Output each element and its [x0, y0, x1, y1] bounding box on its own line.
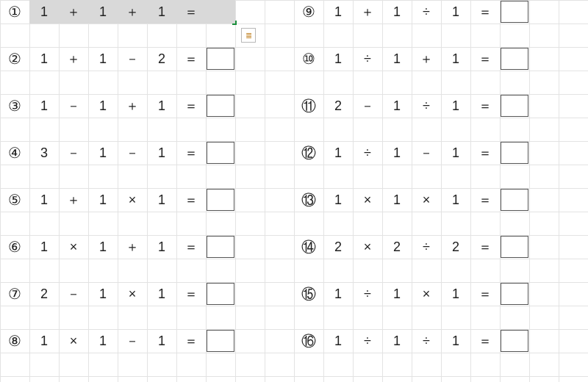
operator-1[interactable]: － [353, 94, 382, 118]
equals[interactable]: ＝ [470, 0, 500, 24]
operand-c[interactable]: 1 [147, 141, 176, 165]
equals[interactable]: ＝ [176, 188, 206, 212]
operator-1[interactable]: ÷ [353, 329, 382, 353]
operator-2[interactable]: ÷ [412, 329, 441, 353]
operand-a[interactable]: 1 [29, 0, 59, 24]
operand-c[interactable]: 1 [441, 188, 470, 212]
answer-cell[interactable] [206, 188, 235, 212]
operand-a[interactable]: 1 [29, 235, 59, 259]
equals[interactable]: ＝ [176, 329, 206, 353]
operand-c[interactable]: 1 [147, 282, 176, 306]
answer-cell[interactable] [500, 0, 529, 24]
equals[interactable]: ＝ [470, 235, 500, 259]
operator-1[interactable]: ÷ [353, 47, 382, 71]
operator-1[interactable]: － [59, 94, 88, 118]
answer-cell[interactable] [500, 47, 529, 71]
operator-2[interactable]: ÷ [412, 0, 441, 24]
equals[interactable]: ＝ [176, 235, 206, 259]
operator-1[interactable]: － [59, 141, 88, 165]
operand-b[interactable]: 1 [382, 329, 412, 353]
operator-1[interactable]: ＋ [353, 0, 382, 24]
equals[interactable]: ＝ [470, 329, 500, 353]
equals[interactable]: ＝ [176, 141, 206, 165]
operand-b[interactable]: 1 [382, 282, 412, 306]
operand-c[interactable]: 1 [441, 47, 470, 71]
operand-a[interactable]: 1 [323, 188, 353, 212]
operator-2[interactable]: ＋ [118, 0, 147, 24]
operand-a[interactable]: 2 [323, 94, 353, 118]
operator-2[interactable]: × [118, 188, 147, 212]
operand-b[interactable]: 1 [88, 94, 118, 118]
operator-2[interactable]: － [118, 329, 147, 353]
operator-1[interactable]: × [59, 235, 88, 259]
operator-1[interactable]: ＋ [59, 0, 88, 24]
operand-b[interactable]: 1 [88, 141, 118, 165]
operand-a[interactable]: 1 [29, 94, 59, 118]
operator-2[interactable]: × [412, 188, 441, 212]
operator-1[interactable]: × [353, 188, 382, 212]
answer-cell[interactable] [206, 141, 235, 165]
answer-cell[interactable] [500, 141, 529, 165]
equals[interactable]: ＝ [470, 47, 500, 71]
operand-c[interactable]: 2 [441, 235, 470, 259]
operand-b[interactable]: 1 [88, 47, 118, 71]
operand-a[interactable]: 1 [323, 282, 353, 306]
operator-2[interactable]: ＋ [412, 47, 441, 71]
operand-b[interactable]: 2 [382, 235, 412, 259]
operand-a[interactable]: 2 [323, 235, 353, 259]
operand-c[interactable]: 1 [441, 282, 470, 306]
operand-a[interactable]: 1 [29, 47, 59, 71]
equals[interactable]: ＝ [176, 282, 206, 306]
equals[interactable]: ＝ [176, 47, 206, 71]
operand-c[interactable]: 1 [147, 0, 176, 24]
answer-cell[interactable] [206, 329, 235, 353]
answer-cell[interactable] [206, 0, 235, 24]
operator-2[interactable]: ＋ [118, 94, 147, 118]
operand-c[interactable]: 1 [441, 141, 470, 165]
operand-b[interactable]: 1 [382, 188, 412, 212]
operand-b[interactable]: 1 [88, 0, 118, 24]
operator-2[interactable]: ÷ [412, 235, 441, 259]
equals[interactable]: ＝ [470, 188, 500, 212]
operand-c[interactable]: 1 [147, 94, 176, 118]
operand-a[interactable]: 1 [29, 329, 59, 353]
operand-c[interactable]: 1 [441, 0, 470, 24]
operator-1[interactable]: ÷ [353, 141, 382, 165]
operator-2[interactable]: － [118, 141, 147, 165]
operator-1[interactable]: － [59, 282, 88, 306]
operand-b[interactable]: 1 [88, 188, 118, 212]
operand-c[interactable]: 1 [441, 94, 470, 118]
operand-b[interactable]: 1 [88, 329, 118, 353]
operand-b[interactable]: 1 [88, 282, 118, 306]
operand-c[interactable]: 1 [147, 188, 176, 212]
operator-2[interactable]: － [118, 47, 147, 71]
operator-1[interactable]: ＋ [59, 188, 88, 212]
answer-cell[interactable] [500, 235, 529, 259]
operand-a[interactable]: 1 [323, 47, 353, 71]
operator-2[interactable]: × [118, 282, 147, 306]
operator-1[interactable]: ÷ [353, 282, 382, 306]
operand-b[interactable]: 1 [382, 0, 412, 24]
operand-b[interactable]: 1 [88, 235, 118, 259]
answer-cell[interactable] [500, 282, 529, 306]
paste-options-icon[interactable]: ≣ [241, 28, 256, 43]
operator-2[interactable]: ÷ [412, 94, 441, 118]
operand-a[interactable]: 2 [29, 282, 59, 306]
answer-cell[interactable] [500, 94, 529, 118]
operand-c[interactable]: 2 [147, 47, 176, 71]
operand-c[interactable]: 1 [147, 329, 176, 353]
answer-cell[interactable] [500, 188, 529, 212]
answer-cell[interactable] [206, 47, 235, 71]
operand-a[interactable]: 3 [29, 141, 59, 165]
operand-a[interactable]: 1 [323, 329, 353, 353]
answer-cell[interactable] [206, 282, 235, 306]
operator-1[interactable]: × [59, 329, 88, 353]
equals[interactable]: ＝ [470, 94, 500, 118]
answer-cell[interactable] [206, 235, 235, 259]
operator-2[interactable]: ＋ [118, 235, 147, 259]
operand-c[interactable]: 1 [441, 329, 470, 353]
operand-c[interactable]: 1 [147, 235, 176, 259]
equals[interactable]: ＝ [470, 141, 500, 165]
operand-a[interactable]: 1 [29, 188, 59, 212]
operand-a[interactable]: 1 [323, 0, 353, 24]
